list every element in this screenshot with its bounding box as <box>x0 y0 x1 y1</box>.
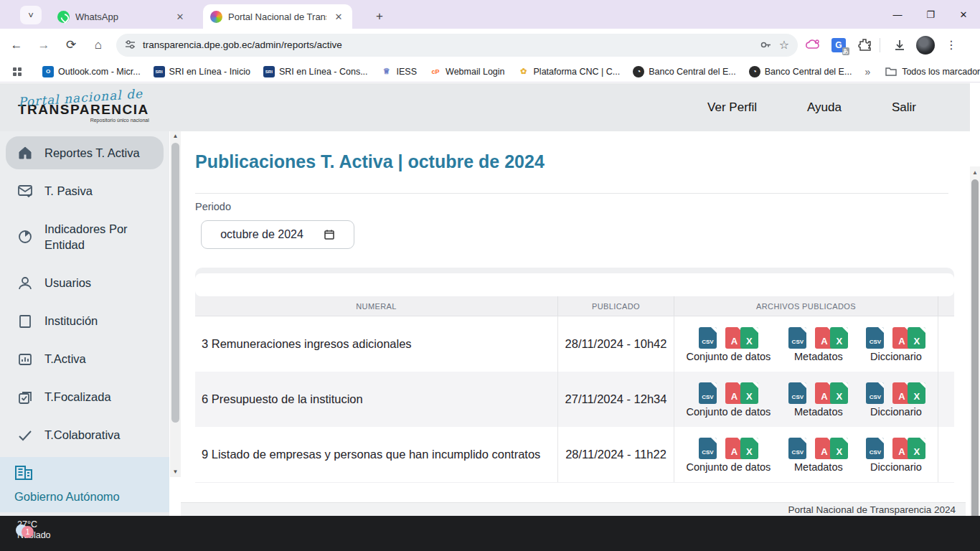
home-button[interactable]: ⌂ <box>88 34 109 56</box>
nav-ayuda[interactable]: Ayuda <box>807 100 842 115</box>
scrollbar-thumb[interactable] <box>971 179 979 551</box>
csv-file-icon[interactable]: CSV <box>788 327 806 349</box>
sidebar-item-institucion[interactable]: Institución <box>6 305 164 338</box>
scroll-up-icon[interactable]: ▲ <box>970 168 980 178</box>
window-minimize-button[interactable]: — <box>881 0 914 29</box>
bookmark-cnc[interactable]: ✿Plataforma CNC | C... <box>518 66 621 77</box>
weather-widget[interactable]: 1 27°C Nublado <box>11 519 51 541</box>
csv-file-icon[interactable]: CSV <box>699 382 717 404</box>
tab-close-icon[interactable]: ✕ <box>174 10 187 23</box>
extensions-puzzle-icon[interactable] <box>854 34 875 56</box>
translate-icon[interactable]: G <box>828 34 849 56</box>
table-row: 6 Presupuesto de la institucion 27/11/20… <box>195 372 954 427</box>
table-header-row: NUMERAL PUBLICADO ARCHIVOS PUBLICADOS <box>195 296 954 316</box>
outlook-icon: O <box>42 66 54 77</box>
scrollbar-thumb[interactable] <box>171 143 179 423</box>
sidebar-item-label: Reportes T. Activa <box>44 146 140 160</box>
apps-grid-icon[interactable] <box>13 67 22 76</box>
screen: ˅ WhatsApp ✕ Portal Nacional de Transpar… <box>0 0 980 551</box>
sidebar-item-t-pasiva[interactable]: T. Pasiva <box>6 174 164 207</box>
new-tab-button[interactable]: + <box>370 7 389 26</box>
file-group-diccionario: CSVAX Diccionario <box>866 326 925 362</box>
bookmark-banco-central-2[interactable]: ◔Banco Central del E... <box>749 66 852 77</box>
site-logo[interactable]: Portal nacional de TRANSPARENCIA Reposit… <box>18 90 149 123</box>
bar-chart-icon <box>17 352 33 367</box>
excel-file-icon[interactable]: X <box>740 438 758 459</box>
sidebar-item-t-activa[interactable]: T.Activa <box>6 343 164 376</box>
all-bookmarks-button[interactable]: Todos los marcadores <box>885 67 980 77</box>
nav-ver-perfil[interactable]: Ver Perfil <box>707 100 757 115</box>
page-scrollbar[interactable]: ▲ ▼ <box>970 166 980 551</box>
tab-close-icon[interactable]: ✕ <box>332 10 345 23</box>
excel-file-icon[interactable]: X <box>908 327 925 349</box>
file-group-label: Conjunto de datos <box>687 351 771 362</box>
sidebar-item-label: Usuarios <box>44 276 91 290</box>
excel-file-icon[interactable]: X <box>908 438 925 459</box>
excel-file-icon[interactable]: X <box>740 382 758 404</box>
tab-search-button[interactable]: ˅ <box>20 6 42 24</box>
file-group-conjunto: CSVAX Conjunto de datos <box>687 436 771 473</box>
column-header-publicado: PUBLICADO <box>558 296 674 316</box>
csv-file-icon[interactable]: CSV <box>866 327 884 349</box>
sidebar-item-usuarios[interactable]: Usuarios <box>6 267 164 300</box>
csv-file-icon[interactable]: CSV <box>866 438 884 459</box>
profile-avatar[interactable] <box>915 34 936 56</box>
excel-file-icon[interactable]: X <box>830 382 848 404</box>
address-bar[interactable]: transparencia.dpe.gob.ec/admin/reports/a… <box>116 34 798 57</box>
bookmark-outlook[interactable]: OOutlook.com - Micr... <box>42 66 141 77</box>
bookmark-banco-central-1[interactable]: ◔Banco Central del E... <box>633 66 736 77</box>
main-content: Publicaciones T. Activa | octubre de 202… <box>181 131 966 516</box>
csv-file-icon[interactable]: CSV <box>866 382 884 404</box>
csv-file-icon[interactable]: CSV <box>699 327 717 349</box>
pie-chart-icon <box>17 229 33 245</box>
csv-file-icon[interactable]: CSV <box>788 438 806 459</box>
bookmark-sri-consultas[interactable]: SRISRI en Línea - Cons... <box>263 66 368 77</box>
cell-publicado: 27/11/2024 - 12h34 <box>558 372 674 427</box>
csv-file-icon[interactable]: CSV <box>699 438 717 459</box>
windows-taskbar: 1 27°C Nublado Buscar ⎘ T X W <box>0 516 980 551</box>
forward-button[interactable]: → <box>33 34 55 56</box>
password-key-icon[interactable] <box>760 39 772 51</box>
csv-file-icon[interactable]: CSV <box>788 382 806 404</box>
reload-button[interactable]: ⟳ <box>60 34 82 56</box>
file-group-label: Conjunto de datos <box>687 461 771 473</box>
file-group-diccionario: CSVAX Diccionario <box>866 436 925 473</box>
nav-salir[interactable]: Salir <box>892 100 916 115</box>
sidebar-item-t-focalizada[interactable]: T.Focalizada <box>6 381 164 414</box>
period-month-input[interactable]: octubre de 2024 <box>201 220 354 249</box>
url-text[interactable]: transparencia.dpe.gob.ec/admin/reports/a… <box>143 39 753 50</box>
downloads-icon[interactable] <box>889 34 910 56</box>
sidebar-item-gobierno-autonomo[interactable]: Gobierno Autónomo <box>0 457 169 512</box>
bookmark-webmail[interactable]: cPWebmail Login <box>430 66 504 77</box>
excel-file-icon[interactable]: X <box>740 327 758 349</box>
site-settings-icon[interactable] <box>125 39 136 50</box>
excel-file-icon[interactable]: X <box>830 327 848 349</box>
bookmarks-overflow-chevron[interactable]: » <box>864 66 870 77</box>
theme-extension-icon[interactable] <box>802 34 824 56</box>
bookmark-star-icon[interactable]: ☆ <box>779 38 789 52</box>
excel-file-icon[interactable]: X <box>908 382 925 404</box>
sidebar-scrollbar[interactable]: ▲ ▼ <box>170 131 181 477</box>
sidebar-item-reportes-t-activa[interactable]: Reportes T. Activa <box>6 136 164 169</box>
scroll-down-icon[interactable]: ▼ <box>170 467 181 477</box>
bookmark-label: SRI en Línea - Cons... <box>279 67 368 77</box>
browser-menu-icon[interactable]: ⋮ <box>941 34 962 56</box>
window-close-button[interactable]: ✕ <box>947 0 980 29</box>
file-group-metadatos: CSVAX Metadatos <box>788 381 848 418</box>
back-button[interactable]: ← <box>6 34 27 56</box>
tab-portal-transparencia[interactable]: Portal Nacional de Transparenci ✕ <box>203 4 352 29</box>
sidebar-item-t-colaborativa[interactable]: T.Colaborativa <box>6 419 164 452</box>
tab-whatsapp[interactable]: WhatsApp ✕ <box>50 4 194 29</box>
window-maximize-button[interactable]: ❐ <box>914 0 947 29</box>
sidebar-item-indicadores[interactable]: Indicadores Por Entidad <box>6 212 164 262</box>
bookmark-sri-inicio[interactable]: SRISRI en Línea - Inicio <box>154 66 250 77</box>
sidebar-item-label: Institución <box>44 314 98 328</box>
scroll-up-icon[interactable]: ▲ <box>170 131 181 141</box>
bookmark-label: Banco Central del E... <box>649 67 736 77</box>
sidebar-item-label: T. Pasiva <box>44 184 93 198</box>
excel-file-icon[interactable]: X <box>830 438 848 459</box>
period-label: Periodo <box>195 201 231 212</box>
building-icon <box>17 314 33 329</box>
bookmark-iess[interactable]: ♕IESS <box>381 66 418 77</box>
webmail-icon: cP <box>430 66 441 77</box>
